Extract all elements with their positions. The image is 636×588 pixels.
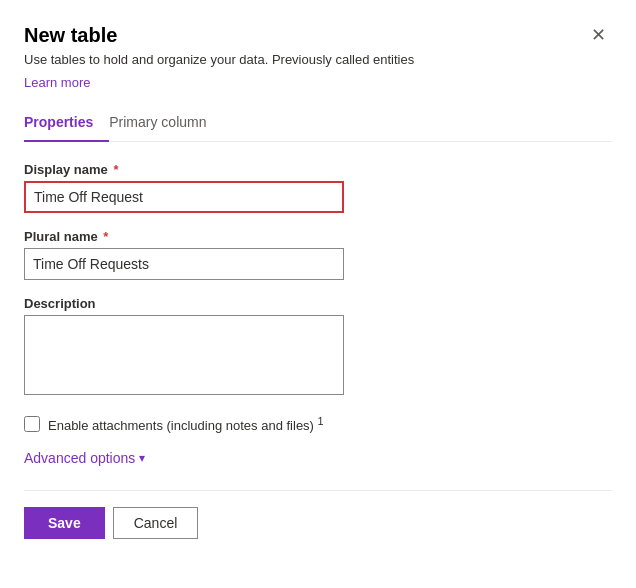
plural-required-star: * [100,229,109,244]
description-textarea[interactable] [24,315,344,395]
dialog-footer: Save Cancel [24,490,612,539]
plural-name-group: Plural name * [24,229,612,280]
attachments-checkbox-group: Enable attachments (including notes and … [24,415,612,433]
advanced-options-label: Advanced options [24,450,135,466]
tab-properties[interactable]: Properties [24,106,109,142]
tab-bar: Properties Primary column [24,106,612,142]
cancel-button[interactable]: Cancel [113,507,199,539]
dialog-header: New table ✕ [24,24,612,47]
attachments-checkbox[interactable] [24,416,40,432]
learn-more-link[interactable]: Learn more [24,75,90,90]
plural-name-label: Plural name * [24,229,612,244]
required-star: * [110,162,119,177]
advanced-options-toggle[interactable]: Advanced options ▾ [24,450,612,466]
display-name-input[interactable] [24,181,344,213]
dialog-title: New table [24,24,117,47]
checkbox-superscript: 1 [318,415,324,427]
display-name-group: Display name * [24,162,612,213]
dialog-description: Use tables to hold and organize your dat… [24,51,612,69]
new-table-dialog: New table ✕ Use tables to hold and organ… [0,0,636,588]
display-name-label: Display name * [24,162,612,177]
description-group: Description [24,296,612,399]
attachments-label[interactable]: Enable attachments (including notes and … [48,415,324,433]
chevron-down-icon: ▾ [139,451,145,465]
close-button[interactable]: ✕ [585,24,612,46]
description-label: Description [24,296,612,311]
tab-primary-column[interactable]: Primary column [109,106,222,142]
plural-name-input[interactable] [24,248,344,280]
save-button[interactable]: Save [24,507,105,539]
